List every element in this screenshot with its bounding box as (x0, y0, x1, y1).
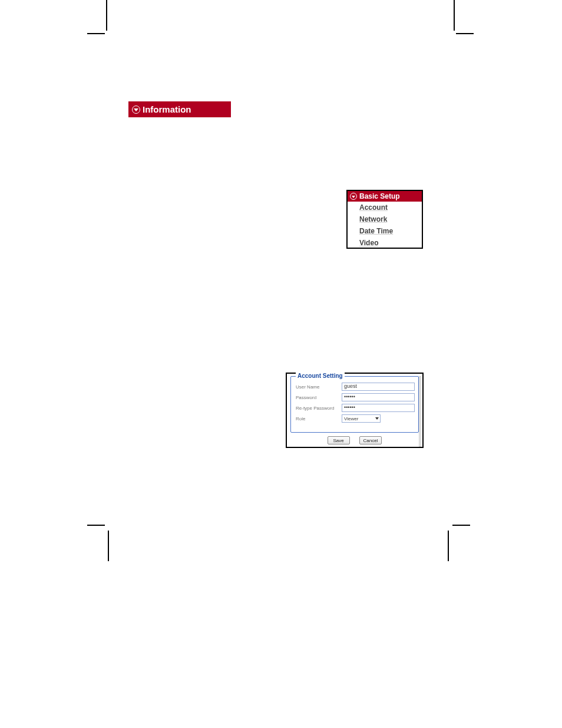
role-select[interactable]: Viewer (342, 414, 381, 423)
role-label: Role (296, 416, 342, 421)
form-row-password: Password •••••• (296, 393, 415, 401)
account-setting-fieldset: Account Setting User Name guest Password… (290, 376, 419, 433)
information-label: Information (143, 104, 191, 114)
basic-setup-panel: Basic Setup Account Network Date Time Vi… (346, 190, 423, 249)
save-button[interactable]: Save (328, 436, 350, 444)
account-setting-panel: Account Setting User Name guest Password… (286, 373, 424, 448)
information-header[interactable]: Information (128, 101, 231, 117)
button-row: Save Cancel (290, 436, 419, 444)
crop-mark (454, 0, 455, 31)
form-row-retype-password: Re-type Password •••••• (296, 404, 415, 412)
crop-mark (106, 0, 107, 31)
crop-mark (456, 33, 474, 34)
sidebar-item-account[interactable]: Account (348, 202, 422, 213)
retype-password-label: Re-type Password (296, 406, 342, 411)
chevron-down-icon (350, 193, 357, 200)
sidebar-item-video[interactable]: Video (348, 237, 422, 248)
form-row-username: User Name guest (296, 383, 415, 391)
cancel-button[interactable]: Cancel (359, 436, 382, 444)
form-row-role: Role Viewer (296, 414, 415, 423)
password-field[interactable]: •••••• (342, 393, 415, 401)
basic-setup-title: Basic Setup (359, 192, 400, 200)
chevron-down-icon (375, 417, 379, 420)
crop-mark (87, 525, 105, 526)
basic-setup-header[interactable]: Basic Setup (348, 191, 422, 202)
password-label: Password (296, 395, 342, 400)
scrollbar[interactable] (419, 376, 421, 447)
crop-mark (448, 531, 449, 561)
account-setting-legend: Account Setting (296, 373, 345, 379)
retype-password-field[interactable]: •••••• (342, 404, 415, 412)
sidebar-item-network[interactable]: Network (348, 213, 422, 225)
username-field[interactable]: guest (342, 383, 415, 391)
crop-mark (87, 33, 105, 34)
chevron-down-icon (132, 106, 140, 114)
crop-mark (108, 531, 109, 561)
crop-mark (452, 525, 470, 526)
sidebar-item-date-time[interactable]: Date Time (348, 225, 422, 237)
username-label: User Name (296, 384, 342, 390)
role-select-value: Viewer (344, 416, 358, 421)
